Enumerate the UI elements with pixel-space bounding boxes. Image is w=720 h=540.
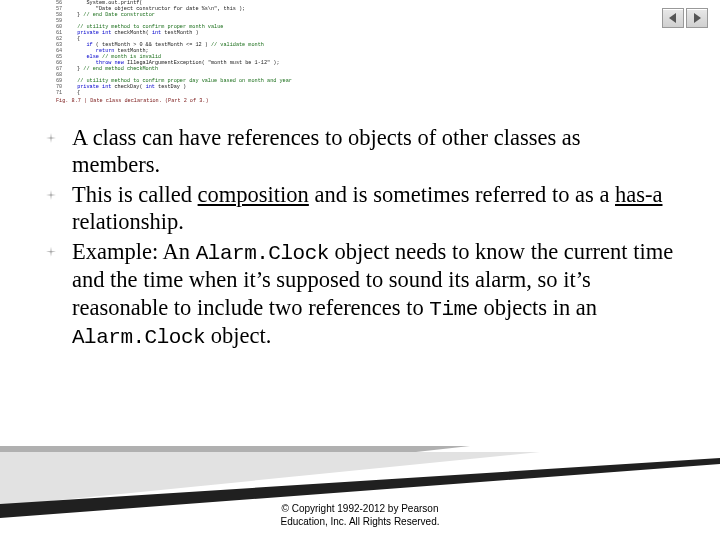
bullet-item: A class can have references to objects o… xyxy=(40,124,674,179)
copyright: © Copyright 1992-2012 by Pearson Educati… xyxy=(0,503,720,528)
bullet-item: Example: An Alarm.Clock object needs to … xyxy=(40,238,674,351)
copyright-line1: © Copyright 1992-2012 by Pearson xyxy=(0,503,720,516)
copyright-line2: Education, Inc. All Rights Reserved. xyxy=(0,516,720,529)
nav-arrows xyxy=(662,8,708,28)
code-figure: 56 System.out.printf(57 "Date object con… xyxy=(56,0,616,104)
svg-marker-0 xyxy=(669,13,676,23)
next-button[interactable] xyxy=(686,8,708,28)
triangle-left-icon xyxy=(668,13,678,23)
svg-marker-3 xyxy=(0,452,540,506)
svg-marker-2 xyxy=(0,446,470,498)
bullet-list: A class can have references to objects o… xyxy=(40,124,674,351)
prev-button[interactable] xyxy=(662,8,684,28)
bullet-item: This is called composition and is someti… xyxy=(40,181,674,236)
slide-body: A class can have references to objects o… xyxy=(40,124,674,353)
svg-marker-1 xyxy=(694,13,701,23)
triangle-right-icon xyxy=(692,13,702,23)
